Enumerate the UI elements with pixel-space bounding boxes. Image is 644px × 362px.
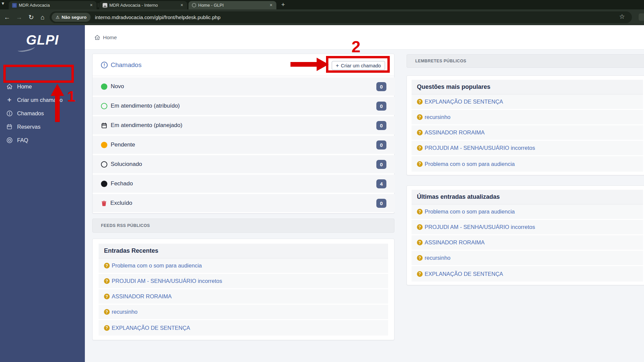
url-text: interno.mdradvocacia.com/glpi/front/help… (95, 14, 220, 20)
feeds-rss-label: FEEDS RSS PÚBLICOS (101, 223, 150, 228)
list-item: ? Problema com o som para audiencia (99, 258, 388, 274)
back-icon[interactable]: ← (1, 9, 13, 25)
close-icon[interactable]: × (179, 3, 184, 8)
security-badge-label: Não seguro (62, 15, 87, 20)
status-count-badge: 0 (376, 160, 386, 169)
faq-link[interactable]: EXPLANAÇÃO DE SENTENÇA (112, 325, 190, 331)
close-icon[interactable]: × (268, 3, 274, 8)
list-item: ? PROJUDI AM - SENHA/USUÁRIO incorretos (99, 274, 388, 289)
popular-questions-panel: Questões mais populares ? EXPLANAÇÃO DE … (407, 75, 644, 175)
tickets-panel: ! Chamados + Criar um chamado Novo 0 Em … (92, 54, 394, 214)
faq-link[interactable]: recursinho (425, 255, 450, 261)
url-bar[interactable]: ⚠ Não seguro interno.mdradvocacia.com/gl… (50, 11, 632, 23)
list-item: ? recursinho (412, 110, 643, 125)
browser-tab-glpi-active[interactable]: Home - GLPI × (189, 1, 276, 9)
question-icon: ? (417, 209, 423, 215)
faq-link[interactable]: ASSINADOR RORAIMA (112, 293, 172, 300)
new-tab-button[interactable]: + (279, 1, 287, 9)
sidebar-item-reservations[interactable]: Reservas (0, 120, 85, 133)
list-item: ? recursinho (99, 305, 388, 320)
status-label: Em atendimento (atribuído) (111, 103, 376, 109)
faq-link[interactable]: recursinho (112, 309, 138, 315)
faq-link[interactable]: Problema com o som para audiencia (425, 161, 515, 167)
feeds-rss-section-header: FEEDS RSS PÚBLICOS (92, 219, 394, 233)
faq-link[interactable]: ASSINADOR RORAIMA (425, 129, 485, 136)
chevron-down-icon[interactable]: ▾ (2, 0, 4, 6)
list-item: ? ASSINADOR RORAIMA (412, 235, 643, 251)
list-item: ? PROJUDI AM - SENHA/USUÁRIO incorretos (412, 220, 643, 235)
status-row-new[interactable]: Novo 0 (93, 77, 395, 96)
list-item: ? EXPLANAÇÃO DE SENTENÇA (412, 266, 643, 282)
bookmark-star-icon[interactable]: ☆ (619, 13, 625, 20)
status-count-badge: 0 (376, 82, 386, 91)
faq-link[interactable]: recursinho (425, 114, 450, 120)
status-rows: Novo 0 Em atendimento (atribuído) 0 Em a… (93, 77, 395, 214)
annotation-number-1: 1 (67, 88, 75, 105)
sidebar-item-label: FAQ (17, 137, 28, 143)
warning-icon: ⚠ (56, 15, 60, 20)
glpi-logo-swoosh (17, 44, 35, 53)
public-reminders-label: LEMBRETES PÚBLICOS (415, 59, 466, 63)
tickets-title-text: Chamados (111, 61, 142, 69)
status-row-pending[interactable]: Pendente 0 (93, 136, 395, 154)
sidebar-item-label: Chamados (17, 110, 44, 117)
status-count-badge: 0 (376, 140, 386, 149)
faq-link[interactable]: PROJUDI AM - SENHA/USUÁRIO incorretos (425, 145, 535, 151)
question-icon: ? (417, 224, 423, 230)
public-reminders-section-header: LEMBRETES PÚBLICOS (407, 54, 644, 68)
sidebar-item-label: Home (17, 83, 32, 90)
status-label: Excluído (110, 200, 376, 206)
site-favicon (103, 3, 107, 8)
popular-questions-title: Questões mais populares (412, 80, 643, 95)
status-label: Novo (111, 83, 376, 90)
status-row-closed[interactable]: Fechado 4 (93, 175, 395, 193)
list-item: ? ASSINADOR RORAIMA (412, 125, 643, 141)
content-header: Home (85, 25, 644, 50)
browser-toolbar: ← → ↻ ⌂ ⚠ Não seguro interno.mdradvocaci… (0, 9, 644, 25)
question-icon: ? (104, 294, 110, 299)
faq-link[interactable]: Problema com o som para audiencia (425, 208, 515, 215)
sidebar-item-faq[interactable]: FAQ (0, 133, 85, 147)
status-count-badge: 0 (376, 199, 386, 208)
status-row-assigned[interactable]: Em atendimento (atribuído) 0 (93, 97, 395, 115)
forward-icon[interactable]: → (13, 9, 25, 25)
calendar-icon (6, 123, 13, 130)
status-label: Solucionado (111, 161, 376, 168)
status-row-deleted[interactable]: Excluído 0 (93, 194, 395, 212)
browser-tab-bar: ▾ MDR Advocacia × MDR Advocacia - Intern… (0, 0, 644, 9)
trash-icon (101, 200, 107, 206)
faq-link[interactable]: PROJUDI AM - SENHA/USUÁRIO incorretos (112, 278, 222, 284)
extension-icon[interactable] (639, 13, 644, 21)
faq-link[interactable]: ASSINADOR RORAIMA (425, 239, 485, 246)
faq-link[interactable]: PROJUDI AM - SENHA/USUÁRIO incorretos (425, 224, 535, 230)
security-badge[interactable]: ⚠ Não seguro (52, 13, 91, 22)
status-closed-icon (101, 181, 107, 187)
faq-link[interactable]: EXPLANAÇÃO DE SENTENÇA (425, 99, 503, 105)
status-count-badge: 0 (376, 121, 386, 130)
faq-link[interactable]: Problema com o som para audiencia (112, 262, 202, 269)
status-count-badge: 4 (376, 179, 386, 188)
home-icon[interactable]: ⌂ (37, 9, 48, 25)
annotation-arrow-right-step2 (290, 57, 329, 72)
annotation-box-step2 (326, 56, 390, 73)
plus-icon: + (6, 97, 13, 103)
status-solved-icon (101, 161, 107, 168)
glpi-logo[interactable]: GLPI (0, 33, 85, 48)
status-label: Fechado (111, 180, 376, 187)
breadcrumb[interactable]: Home (94, 25, 117, 50)
question-icon: ? (417, 240, 423, 245)
reload-icon[interactable]: ↻ (25, 9, 37, 25)
faq-link[interactable]: EXPLANAÇÃO DE SENTENÇA (425, 271, 503, 277)
question-icon: ? (417, 114, 423, 120)
status-row-planned[interactable]: Em atendimento (planejado) 0 (93, 116, 395, 134)
recent-entries-title: Entradas Recentes (99, 244, 388, 258)
recent-entries-panel: Entradas Recentes ? Problema com o som p… (92, 239, 394, 340)
tab-divider (98, 3, 98, 7)
lifebuoy-icon (6, 137, 13, 143)
question-icon: ? (417, 271, 423, 277)
browser-tab-mdr[interactable]: MDR Advocacia × (9, 1, 97, 9)
browser-tab-mdr-interno[interactable]: MDR Advocacia - Interno × (99, 1, 187, 9)
close-icon[interactable]: × (89, 3, 94, 8)
status-row-solved[interactable]: Solucionado 0 (93, 155, 395, 173)
sidebar-item-tickets[interactable]: Chamados (0, 107, 85, 120)
